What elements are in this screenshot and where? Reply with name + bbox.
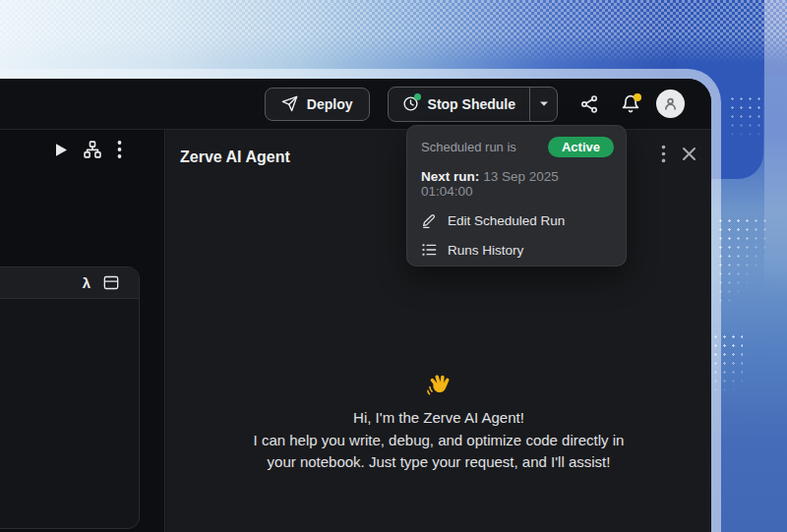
welcome-line: your notebook. Just type your request, a… — [166, 451, 711, 474]
run-play-icon[interactable] — [55, 143, 68, 157]
schedule-popup: Scheduled run is Active Next run:13 Sep … — [406, 125, 627, 266]
notification-badge-dot — [634, 93, 641, 101]
panel-more-vertical-icon[interactable] — [661, 145, 666, 163]
notifications-bell-icon[interactable] — [621, 94, 640, 114]
background-dot-cluster — [716, 216, 767, 307]
menu-item-label: Edit Scheduled Run — [448, 213, 565, 228]
deploy-button[interactable]: Deploy — [265, 88, 370, 121]
code-block-card[interactable]: λ — [0, 266, 140, 529]
person-icon — [662, 95, 679, 112]
waving-hand-icon — [425, 372, 453, 399]
user-avatar[interactable] — [656, 89, 685, 118]
canvas-panel: λ λ — [0, 130, 165, 532]
menu-item-label: Runs History — [448, 243, 523, 258]
block-card-header: λ — [0, 267, 139, 299]
next-run-label: Next run: — [421, 169, 479, 184]
card-layout-icon[interactable] — [103, 275, 119, 290]
status-badge-active: Active — [548, 137, 614, 157]
stop-schedule-button[interactable]: Stop Shedule — [389, 88, 529, 121]
pencil-edit-icon — [421, 212, 437, 228]
list-icon — [421, 242, 437, 258]
share-icon[interactable] — [579, 94, 599, 114]
menu-item-edit-scheduled-run[interactable]: Edit Scheduled Run — [407, 206, 626, 235]
welcome-message: Hi, I'm the Zerve AI Agent! I can help y… — [166, 372, 711, 474]
schedule-clock-icon — [402, 95, 419, 112]
background-dither-pattern — [0, 0, 787, 63]
close-icon[interactable] — [682, 147, 696, 161]
schedule-popup-menu: Edit Scheduled Run Runs History — [407, 206, 626, 265]
background-dot-cluster — [728, 94, 763, 146]
welcome-line: I can help you write, debug, and optimiz… — [166, 430, 711, 452]
more-vertical-icon[interactable] — [117, 140, 122, 159]
caret-down-icon — [539, 100, 549, 107]
schedule-running-dot — [414, 93, 421, 100]
rocket-icon — [281, 95, 298, 112]
hierarchy-flow-icon[interactable] — [83, 140, 102, 159]
deploy-button-label: Deploy — [307, 96, 353, 112]
panel-title: Zerve AI Agent — [180, 148, 290, 166]
menu-item-runs-history[interactable]: Runs History — [407, 235, 626, 265]
next-run-row: Next run:13 Sep 2025 01:04:00 — [407, 157, 626, 199]
lambda-icon[interactable]: λ — [83, 275, 91, 290]
schedule-status-label: Scheduled run is — [421, 140, 516, 154]
top-toolbar: Deploy Stop Shedule — [0, 79, 711, 130]
stop-schedule-label: Stop Shedule — [428, 96, 515, 112]
stop-schedule-split-button: Stop Shedule — [388, 87, 558, 122]
welcome-line: Hi, I'm the Zerve AI Agent! — [166, 407, 711, 430]
canvas-toolbar — [55, 140, 122, 159]
schedule-dropdown-toggle[interactable] — [529, 88, 557, 121]
